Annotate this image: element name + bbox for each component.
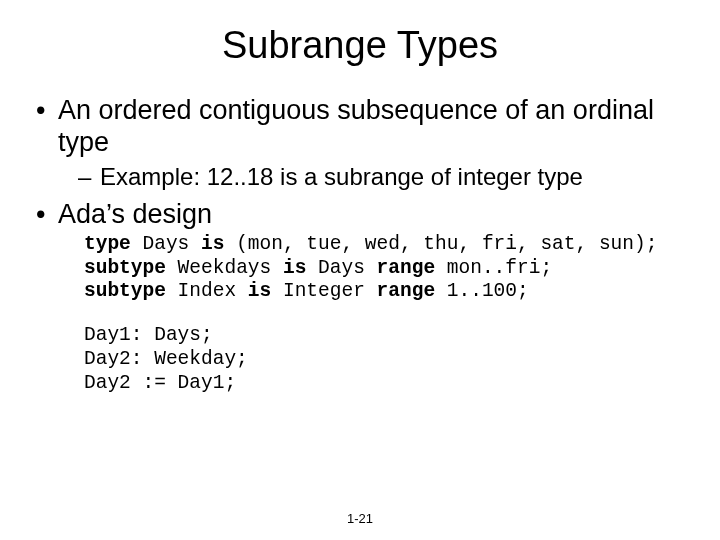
code-block: type Days is (mon, tue, wed, thu, fri, s… <box>84 233 692 396</box>
code-keyword: is <box>248 280 271 302</box>
code-keyword: type <box>84 233 131 255</box>
code-text: Index <box>166 280 248 302</box>
code-text: Weekdays <box>166 257 283 279</box>
code-text: 1..100; <box>435 280 529 302</box>
sub-bullet-item: Example: 12..18 is a subrange of integer… <box>78 163 692 191</box>
bullet-item: An ordered contiguous subsequence of an … <box>32 95 692 191</box>
bullet-list: An ordered contiguous subsequence of an … <box>28 95 692 396</box>
slide-number: 1-21 <box>0 511 720 526</box>
slide: Subrange Types An ordered contiguous sub… <box>0 0 720 540</box>
code-text: Days <box>131 233 201 255</box>
bullet-text: An ordered contiguous subsequence of an … <box>58 95 654 157</box>
code-text: Day1: Days; <box>84 324 213 346</box>
code-text: (mon, tue, wed, thu, fri, sat, sun); <box>224 233 657 255</box>
code-text: Day2 := Day1; <box>84 372 236 394</box>
code-keyword: range <box>377 280 436 302</box>
code-keyword: is <box>201 233 224 255</box>
sub-bullet-text: Example: 12..18 is a subrange of integer… <box>100 163 583 190</box>
code-keyword: range <box>377 257 436 279</box>
code-keyword: is <box>283 257 306 279</box>
code-keyword: subtype <box>84 280 166 302</box>
code-text: Days <box>306 257 376 279</box>
code-text: Day2: Weekday; <box>84 348 248 370</box>
bullet-item: Ada’s design type Days is (mon, tue, wed… <box>32 199 692 396</box>
bullet-text: Ada’s design <box>58 199 212 229</box>
code-text: mon..fri; <box>435 257 552 279</box>
slide-title: Subrange Types <box>28 24 692 67</box>
code-keyword: subtype <box>84 257 166 279</box>
code-text: Integer <box>271 280 376 302</box>
sub-bullet-list: Example: 12..18 is a subrange of integer… <box>58 163 692 191</box>
